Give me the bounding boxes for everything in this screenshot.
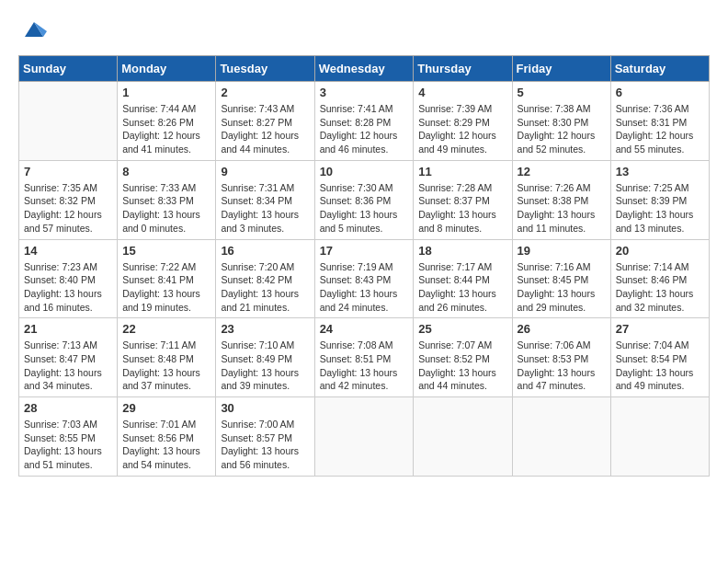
day-cell: 21Sunrise: 7:13 AMSunset: 8:47 PMDayligh… [19, 318, 118, 397]
day-cell: 15Sunrise: 7:22 AMSunset: 8:41 PMDayligh… [118, 239, 216, 318]
daylight-text: Daylight: 13 hours and 19 minutes. [122, 287, 210, 314]
week-row-3: 14Sunrise: 7:23 AMSunset: 8:40 PMDayligh… [19, 239, 710, 318]
day-cell: 23Sunrise: 7:10 AMSunset: 8:49 PMDayligh… [216, 318, 314, 397]
sunrise-text: Sunrise: 7:22 AM [122, 260, 210, 274]
sunset-text: Sunset: 8:28 PM [320, 116, 409, 130]
day-cell: 13Sunrise: 7:25 AMSunset: 8:39 PMDayligh… [610, 160, 709, 239]
day-cell: 8Sunrise: 7:33 AMSunset: 8:33 PMDaylight… [118, 160, 216, 239]
day-info: Sunrise: 7:31 AMSunset: 8:34 PMDaylight:… [221, 181, 309, 236]
daylight-text: Daylight: 13 hours and 49 minutes. [616, 366, 704, 393]
day-number: 21 [24, 322, 112, 336]
sunset-text: Sunset: 8:43 PM [320, 273, 409, 287]
day-cell: 22Sunrise: 7:11 AMSunset: 8:48 PMDayligh… [118, 318, 216, 397]
sunrise-text: Sunrise: 7:07 AM [418, 339, 506, 352]
day-info: Sunrise: 7:26 AMSunset: 8:38 PMDaylight:… [518, 181, 606, 236]
daylight-text: Daylight: 12 hours and 52 minutes. [518, 129, 606, 155]
sunrise-text: Sunrise: 7:43 AM [221, 102, 309, 116]
sunset-text: Sunset: 8:49 PM [221, 352, 309, 366]
day-number: 24 [320, 322, 409, 336]
sunrise-text: Sunrise: 7:25 AM [616, 181, 704, 195]
daylight-text: Daylight: 13 hours and 24 minutes. [320, 287, 409, 314]
sunrise-text: Sunrise: 7:08 AM [320, 339, 409, 352]
sunset-text: Sunset: 8:46 PM [616, 273, 704, 287]
daylight-text: Daylight: 13 hours and 51 minutes. [24, 444, 112, 471]
sunrise-text: Sunrise: 7:36 AM [616, 102, 704, 116]
sunrise-text: Sunrise: 7:04 AM [616, 339, 704, 352]
day-info: Sunrise: 7:20 AMSunset: 8:42 PMDaylight:… [221, 260, 309, 315]
day-info: Sunrise: 7:00 AMSunset: 8:57 PMDaylight:… [221, 418, 309, 472]
sunrise-text: Sunrise: 7:17 AM [418, 260, 506, 274]
day-number: 10 [320, 165, 409, 178]
day-cell: 30Sunrise: 7:00 AMSunset: 8:57 PMDayligh… [216, 397, 314, 477]
day-number: 30 [221, 401, 309, 415]
day-cell: 14Sunrise: 7:23 AMSunset: 8:40 PMDayligh… [19, 239, 118, 318]
sunrise-text: Sunrise: 7:01 AM [122, 418, 210, 431]
day-number: 26 [518, 322, 606, 336]
sunset-text: Sunset: 8:56 PM [122, 431, 210, 445]
day-info: Sunrise: 7:04 AMSunset: 8:54 PMDaylight:… [616, 339, 704, 393]
day-cell [414, 397, 512, 477]
day-info: Sunrise: 7:33 AMSunset: 8:33 PMDaylight:… [122, 181, 210, 236]
logo [18, 18, 47, 40]
sunrise-text: Sunrise: 7:06 AM [518, 339, 606, 352]
day-cell [19, 82, 118, 161]
daylight-text: Daylight: 12 hours and 46 minutes. [320, 129, 409, 155]
day-number: 16 [221, 244, 309, 258]
day-number: 23 [221, 322, 309, 336]
day-info: Sunrise: 7:11 AMSunset: 8:48 PMDaylight:… [122, 339, 210, 393]
day-cell: 2Sunrise: 7:43 AMSunset: 8:27 PMDaylight… [216, 82, 314, 161]
weekday-header-monday: Monday [118, 56, 216, 82]
day-info: Sunrise: 7:39 AMSunset: 8:29 PMDaylight:… [418, 102, 506, 156]
day-number: 7 [24, 165, 112, 178]
sunrise-text: Sunrise: 7:30 AM [320, 181, 409, 195]
day-cell: 27Sunrise: 7:04 AMSunset: 8:54 PMDayligh… [610, 318, 709, 397]
daylight-text: Daylight: 12 hours and 55 minutes. [616, 129, 704, 155]
day-number: 6 [616, 86, 704, 99]
sunset-text: Sunset: 8:34 PM [221, 194, 309, 208]
day-number: 19 [518, 244, 606, 258]
sunrise-text: Sunrise: 7:39 AM [418, 102, 506, 116]
day-cell: 9Sunrise: 7:31 AMSunset: 8:34 PMDaylight… [216, 160, 314, 239]
page-header [18, 18, 710, 40]
weekday-header-saturday: Saturday [610, 56, 709, 82]
day-info: Sunrise: 7:25 AMSunset: 8:39 PMDaylight:… [616, 181, 704, 236]
day-info: Sunrise: 7:22 AMSunset: 8:41 PMDaylight:… [122, 260, 210, 315]
sunset-text: Sunset: 8:55 PM [24, 431, 112, 445]
day-number: 9 [221, 165, 309, 178]
sunrise-text: Sunrise: 7:38 AM [518, 102, 606, 116]
day-info: Sunrise: 7:35 AMSunset: 8:32 PMDaylight:… [24, 181, 112, 236]
sunrise-text: Sunrise: 7:03 AM [24, 418, 112, 431]
day-number: 17 [320, 244, 409, 258]
daylight-text: Daylight: 13 hours and 54 minutes. [122, 444, 210, 471]
logo-icon [21, 18, 47, 40]
weekday-header-wednesday: Wednesday [314, 56, 414, 82]
day-info: Sunrise: 7:16 AMSunset: 8:45 PMDaylight:… [518, 260, 606, 315]
sunrise-text: Sunrise: 7:00 AM [221, 418, 309, 431]
sunset-text: Sunset: 8:26 PM [122, 116, 210, 130]
sunrise-text: Sunrise: 7:19 AM [320, 260, 409, 274]
day-number: 25 [418, 322, 506, 336]
daylight-text: Daylight: 13 hours and 34 minutes. [24, 366, 112, 393]
day-cell [512, 397, 610, 477]
daylight-text: Daylight: 13 hours and 37 minutes. [122, 366, 210, 393]
daylight-text: Daylight: 13 hours and 56 minutes. [221, 444, 309, 471]
daylight-text: Daylight: 13 hours and 16 minutes. [24, 287, 112, 314]
daylight-text: Daylight: 13 hours and 8 minutes. [418, 208, 506, 235]
sunrise-text: Sunrise: 7:35 AM [24, 181, 112, 195]
sunset-text: Sunset: 8:47 PM [24, 352, 112, 366]
day-number: 1 [122, 86, 210, 99]
sunrise-text: Sunrise: 7:44 AM [122, 102, 210, 116]
sunset-text: Sunset: 8:42 PM [221, 273, 309, 287]
day-info: Sunrise: 7:38 AMSunset: 8:30 PMDaylight:… [518, 102, 606, 156]
daylight-text: Daylight: 13 hours and 39 minutes. [221, 366, 309, 393]
sunset-text: Sunset: 8:32 PM [24, 194, 112, 208]
daylight-text: Daylight: 13 hours and 44 minutes. [418, 366, 506, 393]
daylight-text: Daylight: 12 hours and 44 minutes. [221, 129, 309, 155]
day-number: 8 [122, 165, 210, 178]
day-info: Sunrise: 7:06 AMSunset: 8:53 PMDaylight:… [518, 339, 606, 393]
week-row-4: 21Sunrise: 7:13 AMSunset: 8:47 PMDayligh… [19, 318, 710, 397]
day-cell: 25Sunrise: 7:07 AMSunset: 8:52 PMDayligh… [414, 318, 512, 397]
daylight-text: Daylight: 12 hours and 57 minutes. [24, 208, 112, 235]
sunrise-text: Sunrise: 7:13 AM [24, 339, 112, 352]
day-info: Sunrise: 7:30 AMSunset: 8:36 PMDaylight:… [320, 181, 409, 236]
